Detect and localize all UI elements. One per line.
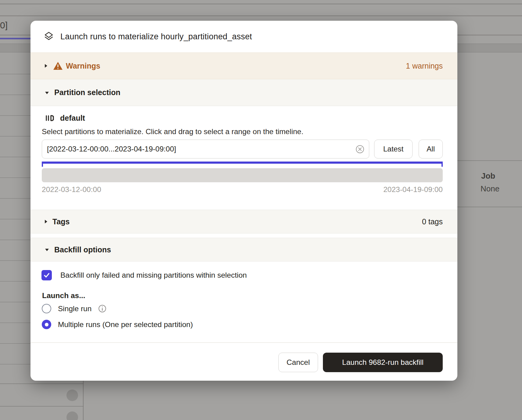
warning-triangle-icon bbox=[53, 62, 63, 70]
radio-selected-icon[interactable] bbox=[42, 320, 51, 329]
cancel-button[interactable]: Cancel bbox=[278, 353, 318, 372]
chevron-down-icon bbox=[44, 91, 50, 95]
tags-section-header[interactable]: Tags 0 tags bbox=[30, 210, 457, 233]
backfill-options-label: Backfill options bbox=[54, 245, 111, 254]
clear-input-icon[interactable] bbox=[355, 144, 365, 154]
dialog-title: Launch runs to materialize hourly_partit… bbox=[60, 32, 252, 41]
single-run-radio-row[interactable]: Single run bbox=[42, 304, 106, 313]
partition-dimension-row: default bbox=[45, 113, 85, 123]
single-run-label: Single run bbox=[58, 304, 91, 313]
backdrop-status-dot bbox=[66, 390, 78, 401]
stacked-layers-icon bbox=[43, 31, 54, 42]
launch-backfill-dialog: Launch runs to materialize hourly_partit… bbox=[30, 21, 457, 381]
partition-dimension-name: default bbox=[60, 114, 85, 123]
dialog-header: Launch runs to materialize hourly_partit… bbox=[30, 21, 457, 52]
backdrop-status-dot bbox=[66, 411, 78, 420]
backdrop-focused-input-accent bbox=[0, 38, 30, 39]
backdrop-job-column-header: Job bbox=[481, 171, 495, 181]
launch-backfill-button[interactable]: Launch 9682-run backfill bbox=[323, 353, 443, 372]
radio-unselected-icon[interactable] bbox=[42, 304, 51, 313]
backdrop-clipped-input-text: 0] bbox=[0, 20, 8, 30]
backfill-only-failed-label: Backfill only failed and missing partiti… bbox=[60, 271, 247, 279]
multiple-runs-label: Multiple runs (One per selected partitio… bbox=[58, 320, 193, 329]
footer-divider bbox=[30, 342, 457, 343]
latest-button[interactable]: Latest bbox=[374, 140, 413, 158]
backfill-only-failed-checkbox-row[interactable]: Backfill only failed and missing partiti… bbox=[41, 270, 247, 280]
tags-label: Tags bbox=[52, 217, 70, 226]
warnings-label: Warnings bbox=[66, 62, 100, 70]
tags-count: 0 tags bbox=[422, 217, 443, 226]
timeline-start-label: 2022-03-12-00:00 bbox=[42, 185, 101, 194]
backdrop-row-divider bbox=[457, 207, 522, 207]
backdrop-column-divider bbox=[83, 380, 84, 420]
partition-range-input[interactable]: [2022-03-12-00:00...2023-04-19-09:00] bbox=[42, 140, 369, 158]
backdrop-table-rows bbox=[0, 54, 30, 381]
warnings-count: 1 warnings bbox=[406, 62, 443, 70]
backdrop-toolbar-line bbox=[0, 16, 522, 16]
partition-timeline[interactable] bbox=[42, 168, 443, 182]
backdrop-row-divider bbox=[0, 383, 83, 384]
backdrop-job-column-value: None bbox=[481, 184, 499, 194]
checkbox-checked-icon[interactable] bbox=[41, 270, 52, 280]
timeline-end-label: 2023-04-19-09:00 bbox=[383, 185, 443, 194]
multiple-runs-radio-row[interactable]: Multiple runs (One per selected partitio… bbox=[42, 320, 193, 329]
chevron-right-icon bbox=[44, 219, 48, 225]
all-button[interactable]: All bbox=[419, 140, 443, 158]
selected-range-indicator bbox=[42, 162, 443, 164]
partition-selection-label: Partition selection bbox=[54, 88, 120, 97]
info-icon[interactable] bbox=[98, 304, 106, 313]
warnings-section-header[interactable]: Warnings 1 warnings bbox=[30, 52, 457, 79]
launch-as-label: Launch as... bbox=[42, 291, 85, 300]
backdrop-row-divider bbox=[0, 406, 83, 407]
partition-set-icon bbox=[45, 113, 55, 123]
backdrop-toolbar-line bbox=[0, 4, 522, 4]
backfill-options-section-header[interactable]: Backfill options bbox=[30, 238, 457, 262]
partition-selection-description: Select partitions to materialize. Click … bbox=[42, 127, 303, 136]
chevron-down-icon bbox=[44, 247, 50, 252]
backdrop-row-divider bbox=[457, 160, 522, 161]
partition-selection-section-header[interactable]: Partition selection bbox=[30, 79, 457, 106]
chevron-right-icon bbox=[44, 63, 48, 69]
partition-range-value: [2022-03-12-00:00...2023-04-19-09:00] bbox=[47, 145, 355, 153]
